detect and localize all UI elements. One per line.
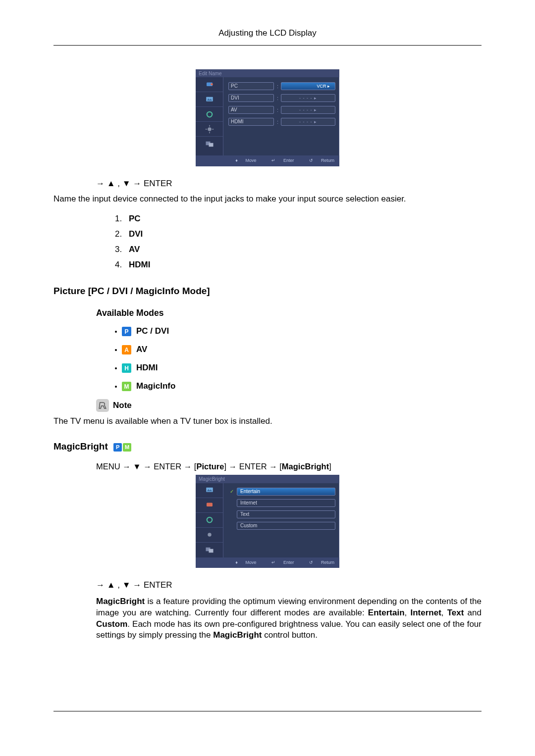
menu-path: MENU → ▼ → ENTER → [Picture] → ENTER → […	[96, 461, 482, 472]
note-label: Note	[113, 400, 132, 411]
mode-icon-h: H	[122, 363, 131, 373]
svg-point-5	[208, 127, 212, 131]
footer-divider	[54, 711, 482, 711]
list-item: 4.HDMI	[115, 259, 482, 271]
osd-option: Text	[237, 510, 335, 518]
picture-icon	[205, 486, 214, 495]
osd-title: Edit Name	[196, 69, 339, 78]
section-heading-picture: Picture [PC / DVI / MagicInfo Mode]	[54, 285, 482, 298]
osd-row-value: - - - - ▸	[281, 118, 335, 126]
mode-item-av: AAV	[115, 344, 482, 355]
osd-option: Internet	[237, 499, 335, 507]
section-heading-magicbright: MagicBright PM	[54, 440, 482, 453]
svg-point-16	[208, 533, 212, 537]
list-item: 3.AV	[115, 244, 482, 255]
osd-option: Custom	[237, 522, 335, 530]
osd-row-label: DVI	[228, 94, 274, 102]
picture-icon	[205, 95, 214, 104]
osd-row-label: AV	[228, 106, 274, 114]
osd-row-label: PC	[228, 82, 274, 90]
sound-icon	[205, 515, 214, 524]
osd-option: Entertain	[237, 488, 335, 496]
osd-footer: ♦ Move ↵ Enter ↺ Return	[196, 155, 339, 166]
check-icon: ✓	[228, 500, 235, 506]
svg-rect-14	[207, 503, 213, 507]
note-icon	[96, 399, 109, 412]
multi-icon	[205, 140, 214, 149]
input-list: 1.PC 2.DVI 3.AV 4.HDMI	[115, 213, 482, 271]
mode-icon-a: A	[122, 345, 131, 354]
check-icon: ✓	[228, 489, 235, 495]
osd-footer: ♦ Move ↵ Enter ↺ Return	[196, 557, 339, 568]
sound-icon	[205, 110, 214, 119]
input-icon	[205, 80, 214, 89]
mode-item-pcdvi: PPC / DVI	[115, 326, 482, 337]
mode-item-magicinfo: MMagicInfo	[115, 381, 482, 392]
svg-rect-2	[206, 97, 213, 101]
bullet-dot	[115, 349, 117, 351]
mode-item-hdmi: HHDMI	[115, 362, 482, 374]
mode-icon-m: M	[122, 382, 131, 391]
mode-icon-m: M	[123, 443, 131, 452]
input-icon	[205, 501, 214, 509]
check-icon: ✓	[228, 523, 235, 529]
osd-row-value: VCR ▸	[281, 82, 335, 90]
svg-rect-12	[206, 488, 213, 492]
page-title: Adjusting the LCD Display	[54, 28, 482, 39]
setup-icon	[205, 530, 214, 539]
svg-point-4	[207, 112, 212, 117]
svg-point-15	[207, 517, 212, 523]
osd-row-label: HDMI	[228, 118, 274, 126]
subheading-available-modes: Available Modes	[96, 307, 482, 319]
nav-sequence: → ▲ , ▼ → ENTER	[96, 580, 482, 591]
magicbright-description: MagicBright is a feature providing the o…	[96, 596, 482, 642]
mode-icon-p: P	[113, 443, 122, 452]
nav-sequence: → ▲ , ▼ → ENTER	[96, 178, 482, 190]
check-icon: ✓	[228, 511, 235, 518]
svg-point-1	[211, 83, 213, 86]
osd-sidebar	[196, 77, 223, 155]
svg-rect-11	[209, 143, 213, 147]
osd-hint-move: ♦ Move	[229, 157, 256, 163]
osd-row-value: - - - - ▸	[281, 94, 335, 102]
osd-hint-return: ↺ Return	[303, 559, 334, 565]
osd-sidebar	[196, 483, 223, 557]
bullet-dot	[115, 331, 117, 333]
description-text: Name the input device connected to the i…	[54, 194, 482, 205]
svg-rect-18	[209, 549, 213, 553]
mode-icon-p: P	[122, 327, 131, 336]
setup-icon	[205, 125, 214, 134]
osd-hint-return: ↺ Return	[303, 157, 334, 163]
osd-hint-enter: ↵ Enter	[265, 559, 294, 565]
note-text: The TV menu is available when a TV tuner…	[54, 416, 482, 427]
osd-edit-name: Edit Name PC:VCR ▸ DVI:- - - - ▸ AV:- - …	[196, 69, 339, 166]
header-divider	[54, 45, 482, 46]
osd-magicbright: MagicBright ✓Entertain ✓Internet ✓Text ✓…	[196, 475, 339, 568]
list-item: 1.PC	[115, 213, 482, 225]
osd-row-value: - - - - ▸	[281, 106, 335, 114]
osd-hint-move: ♦ Move	[229, 559, 256, 565]
osd-title: MagicBright	[196, 475, 339, 483]
mode-list: PPC / DVI AAV HHDMI MMagicInfo	[115, 326, 482, 392]
list-item: 2.DVI	[115, 229, 482, 240]
bullet-dot	[115, 367, 117, 369]
multi-icon	[205, 546, 214, 554]
osd-hint-enter: ↵ Enter	[265, 157, 294, 163]
bullet-dot	[115, 386, 117, 388]
